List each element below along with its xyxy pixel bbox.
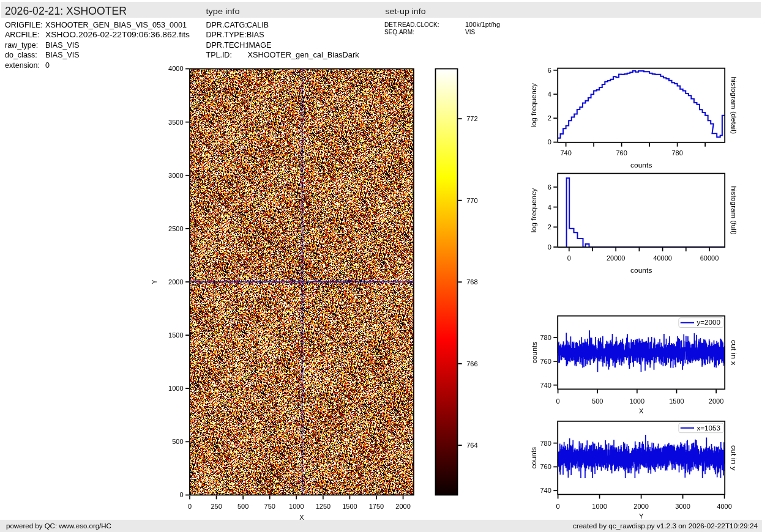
svg-text:760: 760 [616, 149, 627, 157]
svg-text:ORIGFILE:: ORIGFILE: [5, 21, 43, 29]
svg-text:250: 250 [211, 503, 222, 510]
svg-text:6: 6 [548, 67, 551, 74]
svg-text:2000: 2000 [168, 278, 183, 286]
svg-text:4: 4 [548, 91, 551, 98]
svg-text:20000: 20000 [607, 254, 626, 262]
svg-text:SEQ.ARM:: SEQ.ARM: [384, 29, 414, 35]
svg-text:created by qc_rawdisp.py v1.2.: created by qc_rawdisp.py v1.2.3 on 2026-… [573, 522, 758, 530]
svg-text:TPL.ID:: TPL.ID: [206, 51, 232, 59]
svg-text:1000: 1000 [168, 385, 183, 392]
svg-text:2026-02-21: XSHOOTER: 2026-02-21: XSHOOTER [5, 5, 127, 17]
svg-text:set-up info: set-up info [386, 7, 426, 16]
svg-text:3000: 3000 [168, 172, 183, 179]
svg-text:1500: 1500 [168, 331, 183, 339]
svg-text:XSHOO.2026-02-22T09:06:36.862.: XSHOO.2026-02-22T09:06:36.862.fits [45, 31, 190, 39]
svg-text:0: 0 [45, 61, 50, 70]
svg-text:x=1053: x=1053 [697, 424, 721, 432]
svg-text:DPR.CATG:: DPR.CATG: [206, 21, 247, 29]
svg-text:DET.READ.CLOCK:: DET.READ.CLOCK: [384, 21, 439, 28]
svg-text:log frequency: log frequency [531, 188, 538, 232]
svg-text:counts: counts [630, 267, 652, 274]
svg-text:extension:: extension: [5, 61, 40, 70]
svg-text:BIAS: BIAS [247, 31, 264, 39]
svg-text:4000: 4000 [717, 503, 731, 510]
svg-text:764: 764 [466, 441, 477, 449]
svg-text:100k/1pt/hg: 100k/1pt/hg [465, 21, 500, 28]
svg-text:6: 6 [548, 183, 551, 191]
svg-text:768: 768 [466, 278, 477, 286]
svg-text:2000: 2000 [709, 397, 723, 405]
svg-text:740: 740 [540, 487, 551, 494]
svg-text:1000: 1000 [630, 397, 644, 405]
svg-text:1500: 1500 [669, 397, 684, 405]
svg-text:770: 770 [466, 197, 477, 204]
svg-text:2: 2 [548, 114, 551, 122]
svg-text:750: 750 [264, 503, 275, 510]
svg-text:DPR.TYPE:: DPR.TYPE: [206, 31, 247, 39]
svg-text:1000: 1000 [592, 503, 607, 510]
svg-text:do_class:: do_class: [5, 51, 37, 59]
svg-text:1250: 1250 [316, 503, 331, 510]
svg-text:2: 2 [548, 223, 551, 231]
svg-text:Y: Y [639, 512, 644, 520]
svg-text:y=2000: y=2000 [697, 319, 721, 326]
svg-text:CALIB: CALIB [247, 21, 269, 29]
svg-text:powered by QC: www.eso.org/HC: powered by QC: www.eso.org/HC [6, 522, 111, 530]
svg-text:BIAS_VIS: BIAS_VIS [45, 41, 80, 50]
svg-text:histogram (detail): histogram (detail) [730, 76, 738, 134]
svg-text:780: 780 [540, 440, 551, 447]
svg-text:1000: 1000 [289, 503, 304, 510]
svg-text:cut in x: cut in x [730, 340, 738, 366]
svg-text:raw_type:: raw_type: [5, 41, 38, 50]
svg-text:3500: 3500 [168, 119, 183, 126]
svg-text:3000: 3000 [675, 503, 690, 510]
svg-text:780: 780 [540, 334, 551, 341]
svg-text:40000: 40000 [653, 254, 672, 262]
svg-text:X: X [639, 407, 644, 415]
svg-text:ARCFILE:: ARCFILE: [5, 31, 39, 39]
svg-text:4000: 4000 [168, 65, 183, 72]
svg-text:2500: 2500 [168, 225, 183, 232]
svg-text:type info: type info [206, 7, 240, 16]
svg-text:XSHOOTER_GEN_BIAS_VIS_053_0001: XSHOOTER_GEN_BIAS_VIS_053_0001 [45, 21, 187, 29]
svg-text:1750: 1750 [369, 503, 384, 510]
svg-text:0: 0 [188, 503, 192, 510]
svg-text:760: 760 [540, 358, 551, 365]
svg-text:0: 0 [179, 491, 183, 498]
svg-text:60000: 60000 [700, 254, 719, 262]
svg-text:740: 740 [540, 382, 551, 389]
svg-text:740: 740 [560, 149, 571, 157]
svg-text:500: 500 [172, 438, 183, 445]
svg-text:Y: Y [151, 279, 158, 284]
svg-text:0: 0 [567, 254, 571, 262]
svg-text:X: X [299, 514, 304, 521]
svg-text:2000: 2000 [395, 503, 410, 510]
svg-text:IMAGE: IMAGE [247, 41, 271, 50]
svg-text:VIS: VIS [465, 29, 475, 35]
svg-text:4: 4 [548, 204, 551, 211]
svg-text:0: 0 [556, 397, 560, 405]
svg-text:760: 760 [540, 463, 551, 470]
svg-text:counts: counts [531, 446, 538, 468]
svg-text:log frequency: log frequency [531, 83, 538, 127]
svg-text:cut in y: cut in y [730, 445, 738, 471]
svg-text:BIAS_VIS: BIAS_VIS [45, 51, 80, 59]
svg-text:772: 772 [466, 115, 477, 122]
svg-text:histogram (full): histogram (full) [730, 186, 738, 235]
svg-text:0: 0 [556, 503, 560, 510]
svg-text:0: 0 [548, 138, 551, 146]
svg-text:counts: counts [630, 161, 652, 169]
svg-text:780: 780 [671, 149, 682, 157]
svg-text:2000: 2000 [633, 503, 648, 510]
svg-text:counts: counts [531, 341, 538, 363]
svg-text:DPR.TECH:: DPR.TECH: [206, 41, 247, 50]
svg-text:XSHOOTER_gen_cal_BiasDark: XSHOOTER_gen_cal_BiasDark [248, 51, 360, 59]
svg-text:1500: 1500 [342, 503, 357, 510]
svg-text:500: 500 [237, 503, 248, 510]
svg-text:500: 500 [592, 397, 603, 405]
svg-text:0: 0 [548, 243, 551, 251]
svg-text:766: 766 [466, 360, 477, 368]
